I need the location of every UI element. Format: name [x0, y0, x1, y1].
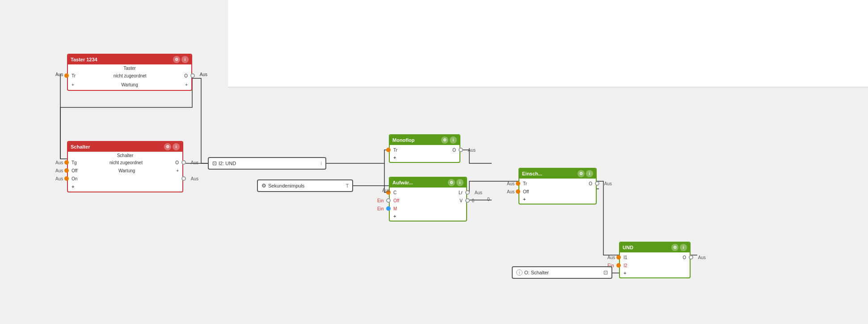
monoflop-port-tr-left[interactable]	[386, 148, 391, 152]
und-func-block[interactable]: ⊡ I2: UND i	[208, 157, 326, 170]
einsch-port-tr-left[interactable]	[516, 181, 520, 186]
schalter-wartung: Wartung	[118, 168, 135, 173]
schalter-title: Schalter	[71, 144, 90, 149]
o-schalter-icon: i	[516, 269, 522, 276]
schalter-aus-tg-right: Aus	[191, 160, 198, 165]
schalter-info-icon[interactable]: i	[173, 143, 180, 150]
einsch-aus-right: Aus	[604, 181, 612, 186]
taster-settings-icon[interactable]: ⚙	[173, 56, 180, 63]
taster-row2-plus-right[interactable]: +	[185, 82, 188, 87]
monoflop-port-o-right[interactable]	[459, 148, 463, 152]
aufwar-0-right: 0	[472, 198, 474, 203]
aufwar-m: M	[393, 206, 397, 211]
taster-body: Taster Aus Tr nicht zugeordnet O Aus + W…	[68, 64, 191, 90]
taster-left-port-1[interactable]	[64, 73, 69, 78]
white-panel	[228, 0, 868, 87]
monoflop-aus-right: Aus	[468, 148, 476, 153]
schalter-port-on-right[interactable]	[181, 176, 186, 181]
label-aus-monoflop-in: Aus	[382, 188, 390, 193]
und-settings-icon[interactable]: ⚙	[671, 244, 678, 251]
monoflop-settings-icon[interactable]: ⚙	[441, 136, 448, 144]
einsch-plus-row: +	[519, 196, 596, 203]
schalter-settings-icon[interactable]: ⚙	[164, 143, 171, 150]
o-schalter-right-icon[interactable]: ⊡	[603, 269, 608, 276]
aufwar-port-lr-right[interactable]	[465, 190, 470, 195]
monoflop-o: O	[452, 148, 456, 153]
schalter-aus-off: Aus	[55, 168, 63, 173]
taster-title: Taster 1234	[71, 57, 97, 62]
schalter-subtitle: Schalter	[68, 153, 182, 158]
o-schalter-block[interactable]: i O: Schalter ⊡	[512, 266, 612, 279]
aufwar-plus-row: +	[390, 213, 466, 220]
einsch-port-off-left[interactable]	[516, 189, 520, 194]
schalter-plus-right[interactable]: +	[176, 168, 179, 173]
einsch-info-icon[interactable]: i	[586, 170, 593, 177]
aufwar-body: C Lr Aus Ein Off V 0 Ein	[390, 188, 466, 221]
einsch-off: Off	[523, 189, 529, 194]
aufwar-port-v-right[interactable]	[465, 198, 470, 203]
und-func-label: I2: UND	[219, 161, 236, 166]
schalter-body: Schalter Aus Tg nicht zugeordnet O Aus A…	[68, 152, 182, 192]
aufwar-aus-right: Aus	[475, 190, 482, 195]
schalter-tg: Tg	[72, 160, 77, 165]
schalter-port-tg[interactable]	[64, 160, 69, 165]
und-port-i1-left[interactable]	[616, 255, 621, 260]
taster-row1-o: O	[184, 73, 188, 78]
taster-header: Taster 1234 ⚙ i	[68, 55, 191, 64]
und-i2: I2	[624, 263, 627, 268]
schalter-port-tg-right[interactable]	[181, 160, 186, 165]
und-info-icon[interactable]: i	[680, 244, 687, 251]
schalter-port-off[interactable]	[64, 168, 69, 173]
schalter-add[interactable]: +	[72, 184, 74, 189]
aufwar-port-off-left[interactable]	[386, 198, 391, 203]
einsch-aus-tr: Aus	[507, 181, 514, 186]
taster-row1-tr: Tr	[72, 73, 76, 78]
einsch-settings-icon[interactable]: ⚙	[577, 170, 585, 177]
schalter-off: Off	[72, 168, 77, 173]
taster-right-port-1[interactable]	[190, 73, 195, 78]
monoflop-tr: Tr	[393, 148, 397, 153]
einsch-aus-off: Aus	[507, 189, 514, 194]
und-func-icon: ⊡	[212, 160, 217, 166]
und-plus-row: +	[620, 269, 690, 277]
taster-row1-center: nicht zugeordnet	[114, 73, 147, 78]
und-func-info[interactable]: i	[321, 161, 322, 166]
und-node: UND ⚙ i Aus I1 O Aus Ein	[619, 242, 691, 278]
einsch-add[interactable]: +	[523, 196, 526, 202]
aufwar-port-m[interactable]	[386, 206, 391, 211]
aufwar-ein-off: Ein	[377, 198, 383, 203]
aufwar-info-icon[interactable]: i	[456, 179, 463, 186]
taster-row2-plus-left[interactable]: +	[72, 82, 74, 87]
aufwar-add[interactable]: +	[393, 213, 396, 219]
o-schalter-label: O: Schalter	[524, 270, 549, 275]
schalter-aus-tg: Aus	[55, 160, 63, 165]
schalter-tg-o: O	[175, 160, 179, 165]
monoflop-info-icon[interactable]: i	[450, 136, 457, 144]
und-body: Aus I1 O Aus Ein I2 +	[620, 252, 690, 277]
monoflop-title: Monoflop	[392, 137, 414, 143]
aufwar-settings-icon[interactable]: ⚙	[448, 179, 455, 186]
taster-right-label-aus: Aus	[200, 72, 207, 77]
schalter-port-on[interactable]	[64, 176, 69, 181]
einsch-tr: Tr	[523, 181, 527, 186]
sekunden-block[interactable]: ⚙ Sekundenimpuls T	[257, 179, 353, 192]
taster-row2-wartung: Wartung	[121, 82, 138, 87]
und-o: O	[683, 255, 686, 260]
taster-subtitle: Taster	[68, 65, 191, 71]
monoflop-node: Monoflop ⚙ i Tr O Aus +	[389, 134, 460, 163]
und-add[interactable]: +	[624, 270, 626, 276]
einsch-o: O	[589, 181, 592, 186]
aufwar-off: Off	[393, 198, 399, 203]
und-aus-right: Aus	[698, 255, 706, 260]
aufwar-v: V	[459, 198, 463, 203]
taster-info-icon[interactable]: i	[181, 56, 189, 63]
und-aus-i1: Aus	[607, 255, 615, 260]
und-port-o-right[interactable]	[689, 255, 693, 260]
einsch-title: Einsch...	[522, 171, 542, 176]
schalter-header: Schalter ⚙ i	[68, 142, 182, 152]
einsch-port-o-right[interactable]	[595, 181, 599, 186]
und-port-i2[interactable]	[616, 263, 621, 268]
aufwar-lr: Lr	[459, 190, 463, 195]
monoflop-add[interactable]: +	[393, 155, 396, 160]
canvas: Taster 1234 ⚙ i Taster Aus Tr nicht zuge…	[0, 0, 868, 324]
